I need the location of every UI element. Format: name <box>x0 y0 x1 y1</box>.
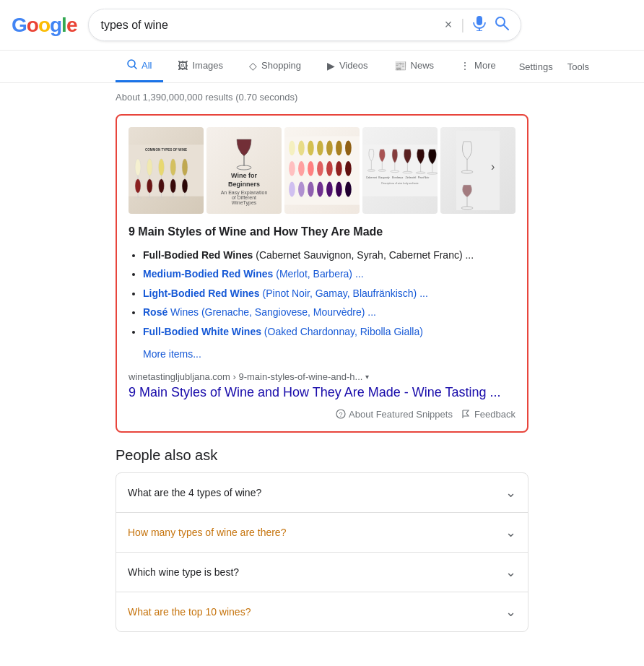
paa-item-3[interactable]: Which wine type is best? ⌄ <box>116 553 528 592</box>
bottom-feedback[interactable]: Feedback <box>0 658 644 666</box>
more-items-link[interactable]: More items... <box>129 348 515 360</box>
snippet-list: Full-Bodied Red Wines (Cabernet Sauvigno… <box>129 247 515 340</box>
search-input[interactable] <box>100 19 438 32</box>
svg-point-43 <box>298 140 305 155</box>
source-url: winetastingljubljana.com › 9-main-styles… <box>129 371 515 382</box>
tab-all-label: All <box>142 60 152 71</box>
svg-point-50 <box>298 161 305 176</box>
svg-point-49 <box>289 161 295 176</box>
mic-icon[interactable] <box>473 15 486 35</box>
svg-point-62 <box>345 182 352 197</box>
paa-item-1[interactable]: What are the 4 types of wine? ⌄ <box>116 473 528 513</box>
list-item: Light-Bodied Red Wines (Pinot Noir, Gama… <box>143 285 515 301</box>
snippet-title: 9 Main Styles of Wine and How They Are M… <box>129 225 515 238</box>
tab-shopping-label: Shopping <box>261 60 301 71</box>
wine-types-thumb[interactable]: COMMON TYPES OF WINE <box>129 127 204 214</box>
clear-icon[interactable]: × <box>445 17 453 33</box>
color-spectrum-thumb[interactable] <box>284 127 360 214</box>
svg-text:Descriptions of wine body and : Descriptions of wine body and taste <box>381 183 418 186</box>
svg-point-54 <box>336 161 342 176</box>
source-dropdown[interactable]: ▾ <box>365 373 369 381</box>
list-item: Rosé Wines (Grenache, Sangiovese, Mourvè… <box>143 304 515 320</box>
list-item: Full-Bodied White Wines (Oaked Chardonna… <box>143 324 515 340</box>
paa-item-2[interactable]: How many types of wine are there? ⌄ <box>116 513 528 553</box>
flag-icon <box>461 409 471 419</box>
svg-point-52 <box>317 161 323 176</box>
tab-videos-label: Videos <box>339 60 368 71</box>
tab-images[interactable]: 🖼 Images <box>166 51 235 82</box>
svg-point-21 <box>182 159 188 176</box>
paa-question-2: How many types of wine are there? <box>128 527 286 538</box>
paa-question-3: Which wine type is best? <box>128 566 239 578</box>
svg-point-24 <box>135 179 141 194</box>
svg-point-61 <box>336 182 342 197</box>
svg-point-57 <box>298 182 305 197</box>
chevron-down-icon-1: ⌄ <box>505 485 516 501</box>
tab-more-label: More <box>474 60 496 71</box>
list-item-link[interactable]: Medium-Bodied Red Wines (Merlot, Barbera… <box>143 268 364 280</box>
svg-text:Zinfandel: Zinfandel <box>406 176 417 179</box>
svg-point-9 <box>135 159 141 176</box>
svg-text:Burgundy: Burgundy <box>378 176 389 179</box>
images-icon: 🖼 <box>178 60 188 72</box>
paa-question-4: What are the top 10 wines? <box>128 606 251 618</box>
paa-title: People also ask <box>116 447 528 464</box>
svg-point-59 <box>317 182 323 197</box>
about-snippets[interactable]: ? About Featured Snippets <box>336 409 453 420</box>
svg-point-53 <box>326 161 333 176</box>
svg-text:›: › <box>491 160 495 173</box>
svg-point-27 <box>147 179 152 194</box>
tab-shopping[interactable]: ◇ Shopping <box>238 51 313 82</box>
tab-more[interactable]: ⋮ More <box>448 51 508 82</box>
wine-glasses-thumb[interactable]: Cabernet Burgundy Bordeaux Zinfandel Pin… <box>362 127 438 214</box>
header: Google × | <box>0 0 644 51</box>
svg-point-18 <box>170 159 176 176</box>
beginners-thumb[interactable]: Wine forBeginners An Easy Explanationof … <box>206 127 282 214</box>
paa-item-4[interactable]: What are the top 10 wines? ⌄ <box>116 592 528 631</box>
last-thumb[interactable]: › <box>440 127 515 214</box>
tab-news[interactable]: 📰 News <box>383 51 446 82</box>
svg-point-3 <box>496 17 505 26</box>
tab-all[interactable]: All <box>116 51 163 82</box>
news-icon: 📰 <box>394 60 406 72</box>
tab-images-label: Images <box>192 60 223 71</box>
question-icon: ? <box>336 409 346 419</box>
paa-question-1: What are the 4 types of wine? <box>128 487 261 498</box>
svg-point-55 <box>345 161 352 176</box>
shopping-icon: ◇ <box>249 60 257 72</box>
image-strip: COMMON TYPES OF WINE <box>129 127 515 214</box>
feedback-button[interactable]: Feedback <box>461 409 515 420</box>
svg-point-44 <box>308 140 314 155</box>
svg-text:Pinot Noir: Pinot Noir <box>418 176 430 179</box>
svg-point-30 <box>159 179 165 194</box>
snippet-footer: ? About Featured Snippets Feedback <box>129 409 515 420</box>
svg-text:Bordeaux: Bordeaux <box>392 176 403 179</box>
featured-snippet: COMMON TYPES OF WINE <box>116 114 528 433</box>
list-item-link[interactable]: Light-Bodied Red Wines (Pinot Noir, Gama… <box>143 287 428 299</box>
tab-videos[interactable]: ▶ Videos <box>316 51 380 82</box>
list-item-link[interactable]: Rosé Wines (Grenache, Sangiovese, Mourvè… <box>143 306 376 318</box>
svg-point-12 <box>147 159 152 176</box>
tools-link[interactable]: Tools <box>562 53 595 81</box>
results-area: About 1,390,000,000 results (0.70 second… <box>0 83 644 658</box>
svg-point-51 <box>308 161 314 176</box>
svg-point-47 <box>336 140 342 155</box>
svg-text:Cabernet: Cabernet <box>366 176 377 179</box>
svg-point-45 <box>317 140 323 155</box>
result-title[interactable]: 9 Main Styles of Wine and How They Are M… <box>129 385 501 399</box>
search-icon[interactable] <box>495 16 509 34</box>
google-logo: Google <box>12 14 77 37</box>
nav-tabs: All 🖼 Images ◇ Shopping ▶ Videos 📰 News … <box>0 51 644 83</box>
chevron-down-icon-4: ⌄ <box>505 604 516 620</box>
tab-news-label: News <box>411 60 435 71</box>
svg-point-46 <box>326 140 333 155</box>
settings-link[interactable]: Settings <box>513 53 559 81</box>
search-icons: × | <box>445 15 510 35</box>
svg-point-36 <box>182 179 188 194</box>
list-item: Full-Bodied Red Wines (Cabernet Sauvigno… <box>143 247 515 263</box>
svg-point-15 <box>159 159 165 176</box>
list-item: Medium-Bodied Red Wines (Merlot, Barbera… <box>143 266 515 282</box>
more-icon: ⋮ <box>460 60 470 72</box>
svg-text:COMMON TYPES OF WINE: COMMON TYPES OF WINE <box>145 148 187 152</box>
list-item-link[interactable]: Full-Bodied White Wines (Oaked Chardonna… <box>143 326 423 337</box>
